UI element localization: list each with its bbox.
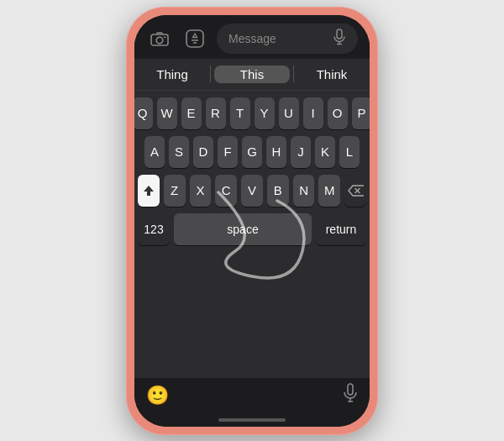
key-u[interactable]: U (279, 97, 299, 129)
key-k[interactable]: K (315, 136, 335, 168)
svg-rect-11 (348, 384, 353, 395)
numbers-key[interactable]: 123 (138, 213, 170, 245)
pred-divider-left (210, 66, 211, 82)
key-l[interactable]: L (339, 136, 360, 168)
home-indicator (134, 415, 370, 427)
key-q[interactable]: Q (134, 97, 153, 129)
key-z[interactable]: Z (164, 175, 186, 207)
key-j[interactable]: J (291, 136, 311, 168)
key-n[interactable]: N (293, 175, 315, 207)
pred-this[interactable]: This (214, 66, 290, 83)
message-input[interactable]: Message (217, 24, 358, 54)
key-row-2: A S D F G H J K L (138, 136, 366, 168)
bottom-bar: 🙂 (134, 378, 370, 415)
key-a[interactable]: A (144, 136, 165, 168)
svg-rect-6 (337, 29, 342, 39)
key-v[interactable]: V (241, 175, 263, 207)
delete-key[interactable] (344, 175, 366, 207)
predictive-bar: Thing This Think (134, 59, 370, 91)
top-bar: Message (134, 15, 370, 59)
key-c[interactable]: C (215, 175, 237, 207)
key-d[interactable]: D (193, 136, 213, 168)
key-row-4: 123 space return (138, 213, 366, 245)
return-key[interactable]: return (316, 213, 366, 245)
key-b[interactable]: B (267, 175, 289, 207)
phone-frame: Message Thing This Think (126, 7, 378, 435)
keyboard: Q W E R T Y U I O P A S D F G H J K (134, 91, 370, 378)
key-o[interactable]: O (328, 97, 348, 129)
key-p[interactable]: P (352, 97, 370, 129)
key-f[interactable]: F (218, 136, 238, 168)
space-key[interactable]: space (174, 213, 312, 245)
key-row-3: Z X C V B N M (138, 175, 366, 207)
svg-point-1 (156, 37, 163, 44)
mic-icon-input[interactable] (333, 29, 346, 49)
svg-rect-2 (164, 36, 166, 38)
key-x[interactable]: X (190, 175, 212, 207)
home-bar (218, 418, 286, 422)
key-r[interactable]: R (206, 97, 226, 129)
key-y[interactable]: Y (255, 97, 275, 129)
appstore-icon[interactable] (181, 25, 208, 52)
pred-think[interactable]: Think (294, 66, 370, 83)
key-g[interactable]: G (242, 136, 262, 168)
mic-icon-bottom[interactable] (343, 383, 358, 408)
emoji-icon[interactable]: 🙂 (146, 385, 169, 407)
camera-icon[interactable] (146, 25, 173, 52)
key-w[interactable]: W (157, 97, 177, 129)
key-t[interactable]: T (230, 97, 250, 129)
phone-screen: Message Thing This Think (134, 15, 370, 427)
key-e[interactable]: E (181, 97, 202, 129)
message-placeholder: Message (228, 32, 333, 45)
key-m[interactable]: M (318, 175, 340, 207)
pred-thing[interactable]: Thing (134, 66, 210, 83)
shift-key[interactable] (138, 175, 160, 207)
key-h[interactable]: H (266, 136, 286, 168)
key-s[interactable]: S (169, 136, 189, 168)
key-i[interactable]: I (303, 97, 323, 129)
key-row-1: Q W E R T Y U I O P (138, 97, 366, 129)
